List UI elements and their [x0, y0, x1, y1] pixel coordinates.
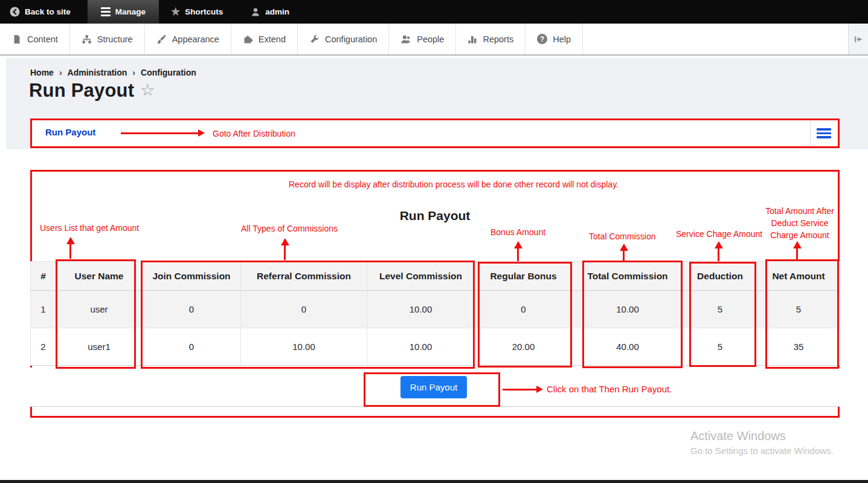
table-cell: 35 — [757, 328, 840, 366]
admin-toolbar: Back to site Manage ★ Shortcuts admin — [0, 0, 868, 24]
annotation-arrow — [718, 242, 719, 261]
activate-windows-subtext: Go to Settings to activate Windows. — [690, 446, 834, 456]
column-header: Total Commission — [573, 262, 683, 291]
breadcrumb-link-administration[interactable]: Administration — [68, 68, 127, 77]
back-to-site-button[interactable]: Back to site — [1, 0, 79, 24]
annotation-arrow — [69, 238, 71, 259]
annotation-arrow — [503, 389, 540, 391]
page-root: Back to site Manage ★ Shortcuts admin Co… — [0, 0, 868, 483]
annotation-net-line: Deduct Service — [759, 217, 841, 229]
star-icon: ★ — [171, 7, 180, 17]
shortcuts-button[interactable]: ★ Shortcuts — [162, 0, 231, 24]
table-cell: 40.00 — [573, 328, 683, 366]
breadcrumb-separator: › — [59, 68, 62, 77]
extend-icon — [243, 34, 253, 44]
tab-menu-icon[interactable] — [817, 128, 831, 138]
tab-separator — [810, 121, 811, 146]
menu-item-content[interactable]: Content — [0, 24, 70, 54]
column-header: Referral Commission — [241, 262, 367, 291]
table-cell: 10.00 — [241, 328, 367, 366]
table-cell: 10.00 — [573, 291, 683, 328]
page-title-text: Run Payout — [29, 80, 134, 101]
table-cell: 5 — [683, 291, 757, 328]
table-cell: 5 — [757, 291, 840, 328]
tab-annotation: Goto After Distribution — [213, 129, 295, 138]
annotation-arrow — [284, 239, 286, 260]
tab-run-payout[interactable]: Run Payout — [45, 127, 95, 137]
menu-item-reports[interactable]: Reports — [456, 24, 526, 54]
run-payout-button[interactable]: Run Payout — [400, 376, 467, 398]
manage-menu-button[interactable]: Manage — [88, 0, 159, 24]
table-cell: 1 — [31, 291, 56, 328]
annotation-bonus: Bonus Amount — [490, 227, 545, 237]
back-circle-icon — [10, 7, 20, 17]
column-header: Level Commission — [367, 262, 475, 291]
annotation-arrow — [517, 242, 519, 261]
breadcrumb: Home › Administration › Configuration — [30, 68, 196, 77]
menu-item-structure[interactable]: Structure — [70, 24, 145, 54]
column-header: Regular Bonus — [475, 262, 573, 291]
reports-icon — [468, 34, 477, 44]
menu-item-label: People — [417, 34, 444, 44]
menu-item-label: Extend — [259, 34, 286, 44]
breadcrumb-link-configuration[interactable]: Configuration — [141, 68, 196, 77]
annotation-arrow — [796, 242, 798, 260]
activate-windows-text: Activate Windows — [690, 429, 786, 443]
annotation-net-amount: Total Amount After Deduct Service Charge… — [759, 205, 841, 241]
distribution-note: Record will be display after distributio… — [30, 180, 840, 189]
column-header: # — [31, 262, 56, 291]
table-cell: 0 — [143, 328, 241, 366]
column-header: User Name — [56, 262, 143, 291]
column-header: Join Commission — [143, 262, 241, 291]
favorite-star-icon[interactable]: ☆ — [140, 81, 155, 99]
user-icon — [251, 7, 260, 17]
annotation-run-button: Click on that Then Run Payout. — [547, 384, 672, 394]
configuration-icon — [309, 34, 320, 44]
table-cell: 20.00 — [475, 328, 573, 366]
annotation-users: Users List that get Amount — [40, 223, 139, 233]
admin-menu-bar: Content Structure Appearance Extend Conf… — [0, 24, 868, 56]
table-cell: 2 — [31, 328, 56, 366]
table-cell: 5 — [683, 328, 757, 366]
annotation-arrow — [623, 245, 625, 261]
structure-icon — [82, 34, 92, 44]
back-to-site-label: Back to site — [25, 7, 71, 16]
table-cell: user — [56, 291, 143, 328]
table-row: 1user0010.00010.0055 — [31, 291, 840, 328]
table-cell: 0 — [241, 291, 367, 328]
breadcrumb-link-home[interactable]: Home — [30, 68, 54, 77]
table-cell: user1 — [56, 328, 143, 366]
menu-item-label: Help — [553, 34, 571, 44]
breadcrumb-separator: › — [132, 68, 135, 77]
menu-item-label: Reports — [483, 34, 513, 44]
menu-item-appearance[interactable]: Appearance — [145, 24, 231, 54]
table-row: 2user1010.0010.0020.0040.00535 — [31, 328, 840, 366]
admin-user-label: admin — [265, 7, 289, 16]
page-title: Run Payout☆ — [29, 80, 155, 102]
collapse-icon — [854, 34, 863, 44]
admin-user-button[interactable]: admin — [242, 0, 298, 24]
table-cell: 0 — [475, 291, 573, 328]
table-cell: 0 — [143, 291, 241, 328]
menu-item-label: Appearance — [172, 34, 219, 44]
toolbar-collapse-button[interactable] — [848, 24, 868, 54]
column-header: Net Amount — [757, 262, 840, 291]
annotation-commissions: All Types of Commissions — [241, 224, 338, 233]
shortcuts-label: Shortcuts — [185, 7, 223, 16]
annotation-net-line: Total Amount After — [759, 205, 841, 217]
column-header: Deduction — [683, 262, 757, 291]
menu-item-people[interactable]: People — [389, 24, 456, 54]
panel-title: Run Payout — [30, 209, 840, 223]
table-header-row: #User NameJoin CommissionReferral Commis… — [31, 262, 840, 291]
menu-item-help[interactable]: Help — [526, 24, 583, 54]
table-cell: 10.00 — [367, 291, 475, 328]
hamburger-icon — [101, 7, 111, 16]
people-icon — [400, 34, 411, 44]
menu-item-label: Configuration — [325, 34, 377, 44]
menu-item-extend[interactable]: Extend — [231, 24, 298, 54]
menu-item-label: Structure — [97, 34, 133, 44]
help-icon — [537, 34, 547, 44]
manage-label: Manage — [115, 7, 146, 16]
annotation-arrow — [121, 132, 202, 134]
menu-item-configuration[interactable]: Configuration — [298, 24, 389, 54]
